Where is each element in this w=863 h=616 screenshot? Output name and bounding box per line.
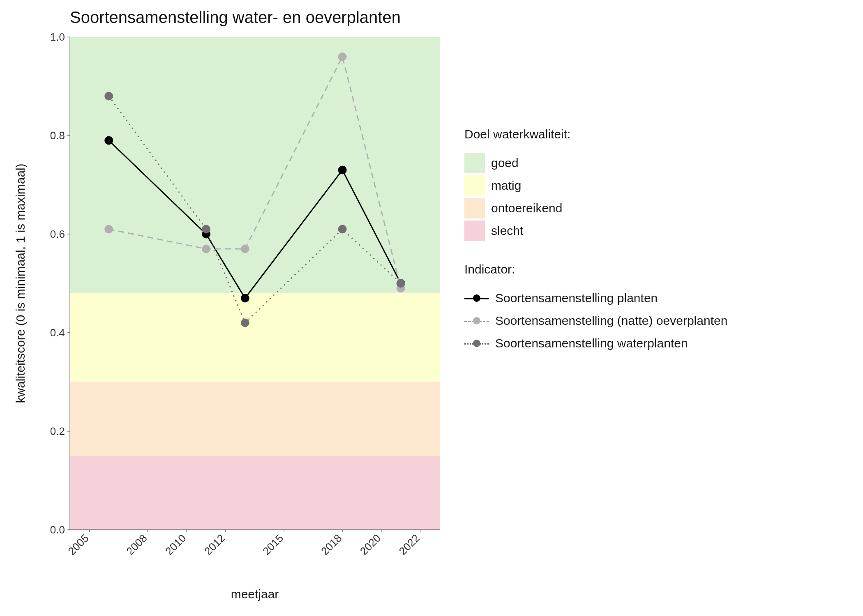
- legend-label: slecht: [491, 224, 523, 238]
- y-axis-label: kwaliteitscore (0 is minimaal, 1 is maxi…: [14, 163, 28, 403]
- band-slecht: [70, 456, 440, 530]
- series-point: [202, 245, 210, 253]
- legend-indicator-planten: Soortensamenstelling planten: [464, 287, 727, 309]
- legend-label: matig: [491, 179, 521, 193]
- y-tick-label: 0.6: [50, 228, 65, 240]
- series-point: [105, 225, 113, 233]
- x-tick-label: 2020: [358, 532, 383, 557]
- swatch-ontoereikend: [464, 198, 485, 218]
- legend-band-ontoereikend: ontoereikend: [464, 197, 727, 219]
- series-point: [241, 294, 249, 302]
- x-tick-label: 2012: [202, 532, 227, 557]
- legend-band-slecht: slecht: [464, 219, 727, 242]
- chart-figure: Soortensamenstelling water- en oeverplan…: [0, 0, 863, 616]
- legend-label: Soortensamenstelling (natte) oeverplante…: [495, 314, 727, 328]
- x-tick-label: 2018: [318, 532, 344, 557]
- swatch-matig: [464, 175, 485, 196]
- series-point: [202, 225, 210, 233]
- legend-label: Soortensamenstelling waterplanten: [495, 336, 688, 350]
- legend: Doel waterkwaliteit: goed matig ontoerei…: [464, 127, 727, 375]
- series-point: [338, 166, 346, 174]
- legend-indicator-title: Indicator:: [464, 262, 727, 276]
- chart-title: Soortensamenstelling water- en oeverplan…: [70, 8, 401, 27]
- x-tick-label: 2008: [124, 532, 150, 557]
- y-tick-label: 0.8: [50, 129, 65, 142]
- swatch-goed: [464, 153, 485, 173]
- series-point: [338, 53, 346, 61]
- legend-label: goed: [491, 156, 519, 170]
- plot-svg: 0.00.20.40.60.81.02005200820102012201520…: [70, 37, 440, 530]
- y-tick-label: 0.0: [50, 524, 65, 536]
- swatch-slecht: [464, 221, 485, 241]
- legend-label: ontoereikend: [491, 201, 562, 215]
- legend-indicator-water: Soortensamenstelling waterplanten: [464, 332, 727, 354]
- series-point: [105, 92, 113, 100]
- plot-area: 0.00.20.40.60.81.02005200820102012201520…: [70, 37, 440, 530]
- x-tick-label: 2010: [163, 532, 188, 557]
- legend-band-matig: matig: [464, 174, 727, 197]
- indicator-swatch-dashed: [464, 313, 489, 329]
- band-matig: [70, 293, 440, 382]
- band-ontoereikend: [70, 382, 440, 456]
- x-tick-label: 2015: [260, 532, 286, 557]
- legend-band-title: Doel waterkwaliteit:: [464, 127, 727, 141]
- x-tick-label: 2005: [65, 532, 91, 557]
- y-tick-label: 0.2: [50, 425, 65, 437]
- series-point: [241, 319, 249, 327]
- y-tick-label: 0.4: [50, 326, 65, 339]
- series-point: [105, 136, 113, 145]
- legend-bands: Doel waterkwaliteit: goed matig ontoerei…: [464, 127, 727, 242]
- series-point: [338, 225, 346, 233]
- legend-indicator-oever: Soortensamenstelling (natte) oeverplante…: [464, 309, 727, 332]
- series-point: [241, 245, 249, 253]
- indicator-swatch-solid: [464, 290, 489, 306]
- x-axis-label: meetjaar: [231, 587, 279, 601]
- indicator-swatch-dotted: [464, 335, 489, 352]
- x-tick-label: 2022: [397, 532, 422, 557]
- series-point: [397, 279, 405, 287]
- band-goed: [70, 37, 440, 293]
- legend-label: Soortensamenstelling planten: [495, 291, 658, 305]
- legend-band-goed: goed: [464, 152, 727, 174]
- y-tick-label: 1.0: [50, 31, 65, 43]
- legend-indicators: Indicator: Soortensamenstelling planten …: [464, 262, 727, 354]
